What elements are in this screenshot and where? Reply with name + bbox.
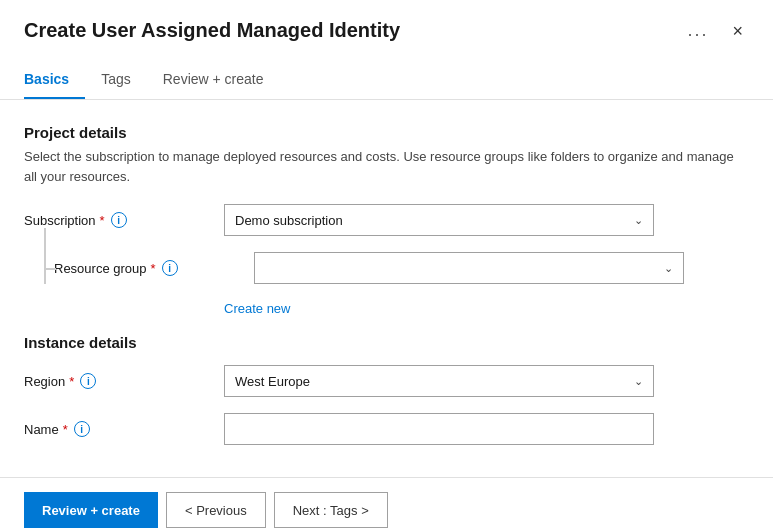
region-label: Region * i: [24, 373, 224, 389]
resource-group-chevron-icon: ⌄: [664, 262, 673, 275]
resource-group-label: Resource group * i: [54, 260, 254, 276]
review-create-button[interactable]: Review + create: [24, 492, 158, 528]
previous-button[interactable]: < Previous: [166, 492, 266, 528]
header-actions: ... ×: [681, 18, 749, 43]
name-input[interactable]: [235, 422, 643, 437]
name-required: *: [63, 422, 68, 437]
name-input-container[interactable]: [224, 413, 654, 445]
instance-details-section: Instance details Region * i West Europe …: [24, 334, 749, 445]
region-chevron-icon: ⌄: [634, 375, 643, 388]
region-dropdown[interactable]: West Europe ⌄: [224, 365, 654, 397]
create-new-link[interactable]: Create new: [224, 301, 290, 316]
subscription-row: Subscription * i Demo subscription ⌄: [24, 204, 749, 236]
tab-bar: Basics Tags Review + create: [0, 49, 773, 100]
region-row: Region * i West Europe ⌄: [24, 365, 749, 397]
indent-line: [44, 228, 46, 284]
tab-review-create[interactable]: Review + create: [163, 63, 280, 99]
name-info-icon[interactable]: i: [74, 421, 90, 437]
resource-group-container: Resource group * i ⌄: [24, 252, 749, 284]
subscription-label: Subscription * i: [24, 212, 224, 228]
subscription-info-icon[interactable]: i: [111, 212, 127, 228]
indent-line-h: [44, 268, 56, 270]
instance-details-title: Instance details: [24, 334, 749, 351]
resource-group-required: *: [151, 261, 156, 276]
project-details-title: Project details: [24, 124, 749, 141]
content-area: Project details Select the subscription …: [0, 100, 773, 477]
project-details-description: Select the subscription to manage deploy…: [24, 147, 749, 186]
region-info-icon[interactable]: i: [80, 373, 96, 389]
subscription-dropdown[interactable]: Demo subscription ⌄: [224, 204, 654, 236]
resource-group-info-icon[interactable]: i: [162, 260, 178, 276]
name-label: Name * i: [24, 421, 224, 437]
resource-group-dropdown[interactable]: ⌄: [254, 252, 684, 284]
more-options-button[interactable]: ...: [681, 18, 714, 43]
tab-tags[interactable]: Tags: [101, 63, 147, 99]
subscription-required: *: [100, 213, 105, 228]
name-row: Name * i: [24, 413, 749, 445]
tab-basics[interactable]: Basics: [24, 63, 85, 99]
project-details-section: Project details Select the subscription …: [24, 124, 749, 186]
region-required: *: [69, 374, 74, 389]
create-new-row: Create new: [24, 300, 749, 316]
subscription-chevron-icon: ⌄: [634, 214, 643, 227]
resource-group-row: Resource group * i ⌄: [24, 252, 749, 284]
next-button[interactable]: Next : Tags >: [274, 492, 388, 528]
close-button[interactable]: ×: [726, 20, 749, 42]
create-dialog: Create User Assigned Managed Identity ..…: [0, 0, 773, 530]
dialog-title: Create User Assigned Managed Identity: [24, 19, 400, 42]
dialog-header: Create User Assigned Managed Identity ..…: [0, 0, 773, 43]
dialog-footer: Review + create < Previous Next : Tags >: [0, 477, 773, 530]
